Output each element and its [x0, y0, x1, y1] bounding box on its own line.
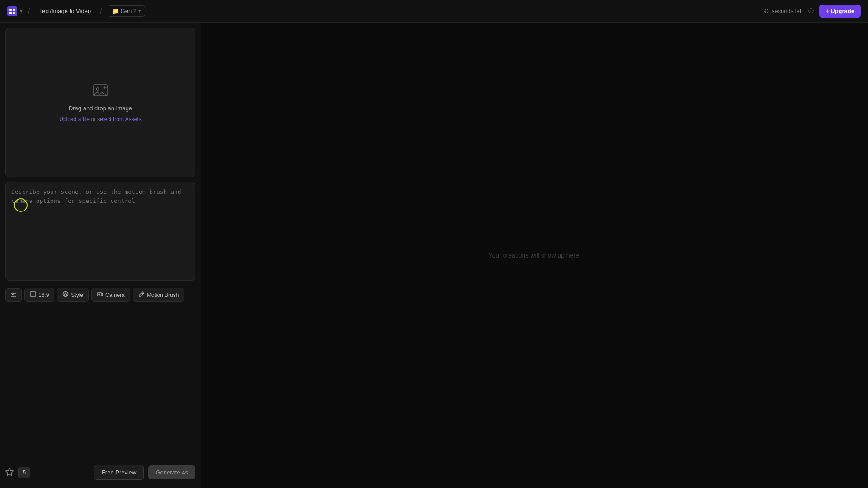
info-icon[interactable]: ⓘ [808, 7, 814, 15]
free-preview-label: Free Preview [102, 469, 137, 476]
motion-brush-icon [138, 291, 145, 299]
timer-text: 93 seconds left [764, 8, 803, 14]
svg-point-15 [99, 294, 100, 295]
credits-icon[interactable] [5, 468, 14, 478]
gen2-chevron: ▾ [138, 8, 141, 14]
svg-rect-0 [9, 9, 12, 11]
upload-file-link[interactable]: Upload a file [59, 116, 90, 122]
breadcrumb-sep: / [28, 7, 30, 15]
credits-badge: 5 [18, 467, 30, 478]
motion-brush-button[interactable]: Motion Brush [133, 288, 184, 302]
folder-icon: 📁 [112, 8, 119, 14]
image-upload-icon [92, 83, 108, 100]
right-panel: Your creations will show up here. [201, 23, 868, 488]
select-assets-link[interactable]: select from Assets [97, 116, 141, 122]
prompt-textarea[interactable] [11, 188, 189, 273]
logo-icon [7, 6, 17, 16]
aspect-ratio-label: 16:9 [38, 292, 49, 298]
breadcrumb-sep2: / [100, 7, 102, 15]
logo[interactable]: ▾ [7, 6, 23, 16]
svg-point-11 [14, 296, 15, 297]
gen2-dropdown[interactable]: 📁 Gen 2 ▾ [108, 5, 145, 17]
svg-point-10 [12, 293, 14, 294]
topbar-right: 93 seconds left ⓘ + Upgrade [764, 5, 861, 18]
aspect-ratio-icon [30, 291, 36, 299]
generate-button[interactable]: Generate 4s [148, 465, 195, 479]
svg-rect-3 [13, 12, 15, 14]
logo-chevron: ▾ [20, 8, 23, 14]
camera-button[interactable]: Camera [91, 288, 130, 302]
style-icon [62, 291, 69, 299]
motion-brush-label: Motion Brush [147, 292, 179, 298]
svg-rect-2 [9, 12, 12, 14]
svg-rect-1 [13, 9, 15, 11]
svg-rect-12 [30, 292, 36, 296]
upgrade-label: + Upgrade [826, 8, 854, 14]
svg-point-5 [96, 88, 99, 90]
prompt-area[interactable] [5, 182, 195, 281]
style-label: Style [71, 292, 83, 298]
nav-label: Text/Image to Video [39, 8, 91, 14]
toolbar-row: 16:9 Style [5, 285, 195, 305]
upload-main-text: Drag and drop an image [69, 105, 132, 112]
svg-marker-16 [6, 468, 14, 476]
main: Drag and drop an image Upload a file or … [0, 23, 868, 488]
topbar-left: ▾ / Text/Image to Video / 📁 Gen 2 ▾ [7, 5, 145, 17]
empty-state-text: Your creations will show up here. [488, 252, 580, 259]
bottom-bar: 5 Free Preview Generate 4s [5, 462, 195, 483]
image-upload-area[interactable]: Drag and drop an image Upload a file or … [5, 28, 195, 177]
left-panel: Drag and drop an image Upload a file or … [0, 23, 201, 488]
gen2-label: Gen 2 [121, 8, 137, 14]
style-button[interactable]: Style [57, 288, 89, 302]
upgrade-button[interactable]: + Upgrade [819, 5, 861, 18]
free-preview-button[interactable]: Free Preview [94, 465, 144, 480]
camera-icon [97, 291, 103, 299]
upload-sub-text: Upload a file or select from Assets [59, 116, 141, 122]
aspect-ratio-button[interactable]: 16:9 [24, 288, 54, 302]
generate-label: Generate 4s [156, 469, 188, 476]
nav-text-to-video[interactable]: Text/Image to Video [35, 6, 94, 16]
svg-rect-14 [97, 293, 102, 296]
camera-label: Camera [105, 292, 125, 298]
settings-button[interactable] [5, 288, 22, 302]
topbar: ▾ / Text/Image to Video / 📁 Gen 2 ▾ 93 s… [0, 0, 868, 23]
